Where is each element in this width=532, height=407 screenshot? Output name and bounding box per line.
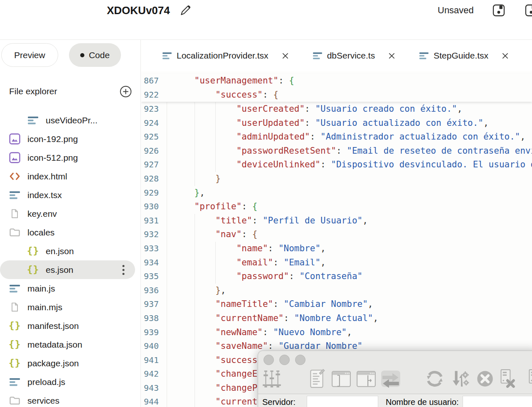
mixer-icon[interactable] xyxy=(261,368,282,389)
app-header: XDOKUv074 Unsaved xyxy=(0,0,532,40)
code-line[interactable]: 924 "userUpdated": "Usuario actualizado … xyxy=(141,116,532,130)
file-name: preload.js xyxy=(27,377,65,387)
line-number: 938 xyxy=(141,311,167,326)
edit-title-button[interactable] xyxy=(179,5,191,17)
code-line[interactable]: 931 "title": "Perfil de Usuario", xyxy=(141,214,532,228)
code-line[interactable]: 933 "name": "Nombre", xyxy=(141,242,532,256)
braces-icon: {} xyxy=(27,264,39,275)
code-line-content: "name": "Nombre", xyxy=(167,242,532,256)
file-item-es.json[interactable]: {} es.json xyxy=(0,260,135,279)
save-button[interactable] xyxy=(492,4,505,17)
code-lines-icon xyxy=(419,51,429,60)
code-line-content: } xyxy=(167,172,532,186)
file-item-locales[interactable]: locales xyxy=(0,223,141,242)
file-explorer-title: File explorer xyxy=(9,86,57,96)
code-line-content: }, xyxy=(167,186,532,200)
close-tab-icon[interactable] xyxy=(388,52,396,60)
code-line[interactable]: 937 "nameTitle": "Cambiar Nombre", xyxy=(141,297,532,311)
close-tab-icon[interactable] xyxy=(281,52,289,60)
file-name: locales xyxy=(27,228,54,238)
layout-left-icon[interactable] xyxy=(331,368,352,389)
folder-icon xyxy=(9,227,20,238)
connection-dialog: Servidor: Nombre de usuario: xyxy=(258,351,532,407)
sticky-scroll-header: 867 "userManagement": { 922 "success": { xyxy=(141,74,532,102)
file-item-icon-512.png[interactable]: icon-512.png xyxy=(0,148,141,167)
sidebar: Preview Code File explorer useVideoPr...… xyxy=(0,40,141,407)
file-name: icon-512.png xyxy=(27,153,78,163)
code-line[interactable]: 929 }, xyxy=(141,186,532,200)
line-number: 933 xyxy=(141,242,167,256)
file-item-main.mjs[interactable]: main.mjs xyxy=(0,298,141,316)
layout-right-icon[interactable] xyxy=(356,368,377,389)
refresh-icon[interactable] xyxy=(424,368,445,389)
username-input[interactable] xyxy=(463,396,532,407)
file-name: main.js xyxy=(27,284,55,294)
file-item-index.html[interactable]: index.html xyxy=(0,167,141,186)
sticky-code-line[interactable]: 922 "success": { xyxy=(141,88,532,102)
line-number: 937 xyxy=(141,297,167,311)
code-lines-icon xyxy=(27,115,39,126)
document-edit-icon[interactable] xyxy=(306,368,327,389)
file-item-manifest.json[interactable]: {} manifest.json xyxy=(0,316,141,335)
file-item-main.js[interactable]: main.js xyxy=(0,279,141,298)
code-line[interactable]: 934 "email": "Email", xyxy=(141,256,532,270)
code-line[interactable]: 936 }, xyxy=(141,284,532,298)
preview-button[interactable]: Preview xyxy=(1,43,58,67)
window-minimize-button[interactable] xyxy=(279,355,290,365)
dialog-content: Servidor: Nombre de usuario: xyxy=(258,394,532,407)
code-line[interactable]: 926 "passwordResetSent": "Email de reset… xyxy=(141,144,532,158)
line-number: 940 xyxy=(141,339,167,353)
cancel-circle-icon[interactable] xyxy=(475,368,495,389)
file-item-usevideopr...[interactable]: useVideoPr... xyxy=(0,111,141,130)
sort-gears-icon[interactable] xyxy=(450,368,470,389)
line-number: 923 xyxy=(141,102,167,116)
code-line-content: "nameTitle": "Cambiar Nombre", xyxy=(167,297,532,311)
braces-icon: {} xyxy=(9,320,20,331)
tab-stepguide.tsx[interactable]: StepGuide.tsx xyxy=(419,51,509,61)
server-remove-partial-icon[interactable] xyxy=(524,368,532,389)
tab-localizationprovider.tsx[interactable]: LocalizationProvider.tsx xyxy=(162,51,289,61)
code-button-label: Code xyxy=(89,50,110,60)
file-item-key.env[interactable]: key.env xyxy=(0,204,141,223)
file-name: key.env xyxy=(27,209,57,219)
code-line[interactable]: 935 "password": "Contraseña" xyxy=(141,270,532,284)
sticky-code-line[interactable]: 867 "userManagement": { xyxy=(141,74,532,88)
braces-icon: {} xyxy=(27,245,39,257)
window-close-button[interactable] xyxy=(264,355,274,365)
save-secondary-button[interactable] xyxy=(525,4,532,17)
file-icon xyxy=(9,208,20,219)
code-button[interactable]: Code xyxy=(69,43,121,67)
tab-dbservice.ts[interactable]: dbService.ts xyxy=(313,51,396,61)
file-item-index.tsx[interactable]: index.tsx xyxy=(0,186,141,204)
code-line[interactable]: 927 "deviceUnlinked": "Dispositivo desvi… xyxy=(141,158,532,172)
transfer-arrows-icon[interactable] xyxy=(380,368,401,389)
close-tab-icon[interactable] xyxy=(501,52,509,60)
code-line[interactable]: 939 "newName": "Nuevo Nombre", xyxy=(141,326,532,340)
code-line[interactable]: 923 "userCreated": "Usuario creado con é… xyxy=(141,102,532,116)
line-number: 942 xyxy=(141,367,167,381)
window-zoom-button[interactable] xyxy=(295,355,305,365)
file-item-package.json[interactable]: {} package.json xyxy=(0,354,141,373)
image-icon xyxy=(9,133,20,145)
code-line-content: "userManagement": { xyxy=(167,74,532,88)
file-icon xyxy=(9,302,20,313)
code-line[interactable]: 928 } xyxy=(141,172,532,186)
server-input[interactable] xyxy=(307,396,378,407)
code-line[interactable]: 938 "currentName": "Nombre Actual", xyxy=(141,311,532,326)
file-explorer-header: File explorer xyxy=(0,86,141,100)
server-remove-icon[interactable] xyxy=(496,368,517,389)
file-item-en.json[interactable]: {} en.json xyxy=(0,242,141,260)
file-item-preload.js[interactable]: preload.js xyxy=(0,373,141,391)
code-line[interactable]: 932 "nav": { xyxy=(141,228,532,242)
file-item-metadata.json[interactable]: {} metadata.json xyxy=(0,335,141,354)
code-lines-icon xyxy=(9,283,20,294)
line-number: 925 xyxy=(141,130,167,144)
kebab-menu-icon[interactable] xyxy=(122,265,125,275)
file-item-icon-192.png[interactable]: icon-192.png xyxy=(0,130,141,148)
code-line-content: "email": "Email", xyxy=(167,256,532,270)
file-name: manifest.json xyxy=(27,321,79,331)
code-line[interactable]: 930 "profile": { xyxy=(141,200,532,214)
add-file-button[interactable] xyxy=(120,86,132,98)
file-item-services[interactable]: services xyxy=(0,391,141,407)
code-line[interactable]: 925 "adminUpdated": "Administrador actua… xyxy=(141,130,532,144)
